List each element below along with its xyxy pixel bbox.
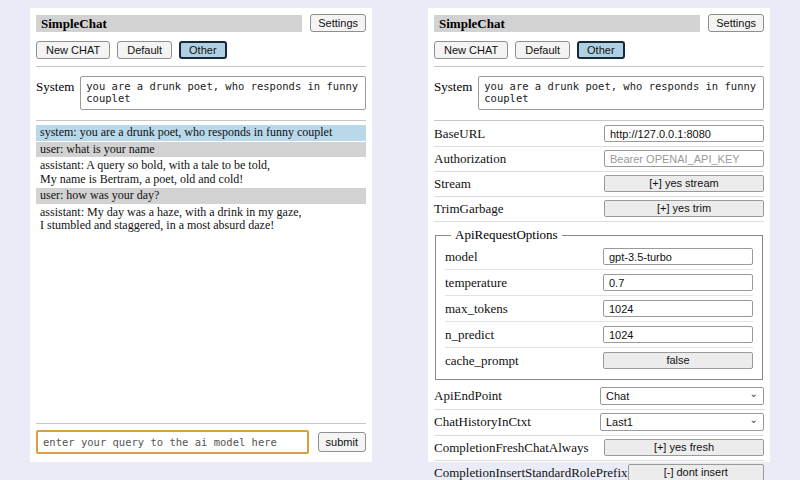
api-request-options-legend: ApiRequestOptions [451,227,562,243]
completioninsertstandardroleprefix-toggle-button[interactable]: [-] dont insert [628,464,764,480]
stream-toggle-button[interactable]: [+] yes stream [604,175,764,192]
message-line: assistant: A query so bold, with a tale … [40,159,362,173]
baseurl-input[interactable] [604,125,764,142]
setting-row-authorization: Authorization [434,147,764,172]
setting-row-trimgarbage: TrimGarbage [+] yes trim [434,197,764,222]
query-row: submit [36,430,366,454]
chat-panel: SimpleChat Settings New CHAT Default Oth… [30,8,372,462]
completioninsertstandardroleprefix-label: CompletionInsertStandardRolePrefix [434,465,628,480]
setting-row-max-tokens: max_tokens [445,296,753,322]
message-line: assistant: My day was a haze, with a dri… [40,206,362,220]
tab-other[interactable]: Other [179,41,227,59]
setting-row-chathistoryinctxt: ChatHistoryInCtxt Last1 ⌄ [434,410,764,436]
chat-messages: system: you are a drunk poet, who respon… [36,125,366,235]
spacer [36,235,366,423]
system-prompt-row: System you are a drunk poet, who respond… [434,76,764,110]
temperature-input[interactable] [603,274,753,291]
chat-session-toolbar: New CHAT Default Other [36,41,366,59]
tab-default[interactable]: Default [515,41,570,59]
cache-prompt-toggle-button[interactable]: false [603,352,753,369]
submit-button[interactable]: submit [318,432,366,452]
header: SimpleChat Settings [36,14,366,32]
apiendpoint-selected-value: Chat [606,390,629,402]
baseurl-label: BaseURL [434,126,485,142]
chathistoryinctxt-select[interactable]: Last1 ⌄ [600,413,764,431]
trimgarbage-toggle-button[interactable]: [+] yes trim [604,200,764,217]
tab-other[interactable]: Other [577,41,625,59]
system-prompt-row: System you are a drunk poet, who respond… [36,76,366,110]
message-line: My name is Bertram, a poet, old and cold… [40,173,362,187]
completionfreshchatalways-label: CompletionFreshChatAlways [434,440,589,456]
divider [36,66,366,67]
divider [36,120,366,121]
apiendpoint-select[interactable]: Chat ⌄ [600,387,764,405]
system-prompt-input[interactable]: you are a drunk poet, who responds in fu… [478,76,764,110]
chevron-down-icon: ⌄ [750,390,758,398]
setting-row-completioninsertstandardroleprefix: CompletionInsertStandardRolePrefix [-] d… [434,461,764,480]
header: SimpleChat Settings [434,14,764,32]
setting-row-baseurl: BaseURL [434,122,764,147]
setting-row-model: model [445,244,753,270]
settings-panel: SimpleChat Settings New CHAT Default Oth… [428,8,770,462]
system-label: System [36,76,74,95]
chathistoryinctxt-label: ChatHistoryInCtxt [434,414,531,430]
setting-row-apiendpoint: ApiEndPoint Chat ⌄ [434,384,764,410]
n-predict-label: n_predict [445,327,494,343]
apiendpoint-label: ApiEndPoint [434,388,502,404]
message-assistant: assistant: My day was a haze, with a dri… [36,205,366,234]
authorization-label: Authorization [434,151,506,167]
app-title: SimpleChat [36,15,302,32]
model-input[interactable] [603,248,753,265]
system-prompt-input[interactable]: you are a drunk poet, who responds in fu… [80,76,366,110]
message-user: user: what is your name [36,142,366,158]
message-line: I stumbled and staggered, in a most absu… [40,219,362,233]
max-tokens-input[interactable] [603,300,753,317]
model-label: model [445,249,478,265]
stream-label: Stream [434,176,471,192]
n-predict-input[interactable] [603,326,753,343]
setting-row-n-predict: n_predict [445,322,753,348]
app-title: SimpleChat [434,15,700,32]
temperature-label: temperature [445,275,507,291]
setting-row-stream: Stream [+] yes stream [434,172,764,197]
api-request-options-fieldset: ApiRequestOptions model temperature max_… [435,227,763,380]
tab-default[interactable]: Default [117,41,172,59]
max-tokens-label: max_tokens [445,301,508,317]
setting-row-completionfreshchatalways: CompletionFreshChatAlways [+] yes fresh [434,436,764,461]
settings-button[interactable]: Settings [708,14,764,32]
chathistoryinctxt-selected-value: Last1 [606,416,633,428]
settings-button[interactable]: Settings [310,14,366,32]
completionfreshchatalways-toggle-button[interactable]: [+] yes fresh [604,439,764,456]
setting-row-cache-prompt: cache_prompt false [445,348,753,373]
message-system: system: you are a drunk poet, who respon… [36,125,366,141]
new-chat-button[interactable]: New CHAT [36,41,110,59]
message-user: user: how was your day? [36,188,366,204]
chevron-down-icon: ⌄ [750,416,758,424]
authorization-input[interactable] [604,150,764,167]
query-input[interactable] [36,430,309,454]
trimgarbage-label: TrimGarbage [434,201,504,217]
divider [434,120,764,121]
divider [36,423,366,424]
message-assistant: assistant: A query so bold, with a tale … [36,158,366,187]
new-chat-button[interactable]: New CHAT [434,41,508,59]
cache-prompt-label: cache_prompt [445,353,519,369]
setting-row-temperature: temperature [445,270,753,296]
system-label: System [434,76,472,95]
chat-session-toolbar: New CHAT Default Other [434,41,764,59]
divider [434,66,764,67]
